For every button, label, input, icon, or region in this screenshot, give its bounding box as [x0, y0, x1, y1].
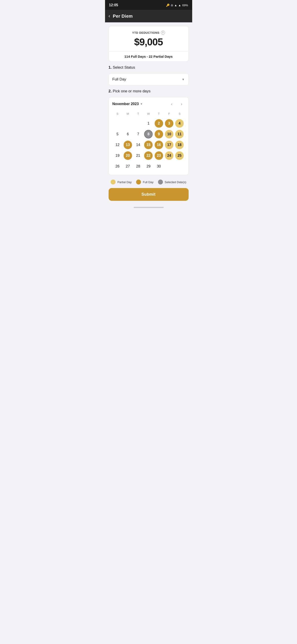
month-year-label: November 2023 — [112, 102, 139, 106]
help-icon[interactable]: ? — [161, 31, 165, 35]
calendar-cell[interactable]: 1 — [143, 118, 154, 128]
legend-partial: Partial Day — [111, 180, 132, 184]
day-header: T — [154, 111, 164, 117]
day-number: 1 — [144, 119, 153, 128]
day-number: 20 — [124, 152, 132, 160]
calendar-cell[interactable]: 21 — [133, 151, 143, 160]
calendar-cell[interactable]: 23 — [154, 151, 164, 160]
partial-day-dot — [111, 180, 116, 184]
step-two-label: 2. Pick one or more days — [109, 89, 189, 94]
calendar-cell[interactable]: 25 — [174, 151, 185, 160]
calendar-cell[interactable]: 2 — [154, 118, 164, 128]
day-number: 18 — [175, 141, 184, 149]
ytd-days: 114 Full Days - 22 Partial Days — [109, 52, 188, 62]
next-month-button[interactable]: › — [179, 101, 185, 107]
calendar-cell[interactable]: 22 — [143, 151, 154, 160]
ytd-top: YTD DEDUCTIONS ? $9,005 — [109, 26, 188, 52]
dropdown-value: Full Day — [112, 77, 126, 82]
calendar-cell — [112, 118, 123, 128]
partial-day-label: Partial Day — [117, 180, 132, 184]
calendar-cell[interactable]: 7 — [133, 129, 143, 139]
calendar-cell[interactable]: 13 — [123, 140, 133, 150]
selected-date-label: Selected Date(s) — [165, 180, 186, 184]
calendar-cell[interactable]: 20 — [123, 151, 133, 160]
calendar-cell[interactable]: 12 — [112, 140, 123, 150]
day-number: 23 — [155, 152, 163, 160]
day-number: 4 — [175, 119, 184, 128]
day-number: 8 — [144, 130, 153, 138]
day-number: 6 — [124, 130, 132, 138]
legend-full: Full Day — [136, 180, 154, 184]
prev-month-button[interactable]: ‹ — [169, 101, 175, 107]
status-dropdown[interactable]: Full Day ▼ — [109, 73, 189, 86]
day-number: 19 — [113, 152, 122, 160]
calendar-cell[interactable]: 11 — [174, 129, 185, 139]
day-number: 2 — [155, 119, 163, 128]
calendar-cell[interactable]: 19 — [112, 151, 123, 160]
day-number: 22 — [144, 152, 153, 160]
signal-icon: ▲ — [178, 4, 181, 7]
wifi-icon: ▲ — [174, 4, 177, 7]
calendar-cell[interactable]: 10 — [164, 129, 174, 139]
calendar-cell[interactable]: 9 — [154, 129, 164, 139]
day-number: 16 — [155, 141, 163, 149]
day-number: 25 — [175, 152, 184, 160]
day-number: 24 — [165, 152, 173, 160]
status-time: 12:05 — [109, 3, 118, 7]
calendar-cell — [123, 118, 133, 128]
day-number — [175, 162, 184, 170]
submit-button[interactable]: Submit — [109, 188, 189, 201]
calendar-cell[interactable]: 24 — [164, 151, 174, 160]
page-title: Per Diem — [113, 14, 133, 19]
calendar-cell[interactable]: 29 — [143, 162, 154, 171]
day-number — [113, 119, 122, 128]
calendar-header: November 2023 ▼ ‹ › — [112, 101, 185, 107]
calendar-cell[interactable]: 3 — [164, 118, 174, 128]
ytd-card: YTD DEDUCTIONS ? $9,005 114 Full Days - … — [109, 26, 189, 62]
day-header: T — [133, 111, 143, 117]
calendar-cell[interactable]: 4 — [174, 118, 185, 128]
home-indicator — [134, 207, 164, 208]
calendar-days-header: SMTWTFS — [112, 111, 185, 117]
day-number: 7 — [134, 130, 142, 138]
calendar-legend: Partial Day Full Day Selected Date(s) — [109, 180, 189, 184]
calendar-card: November 2023 ▼ ‹ › SMTWTFS 123456789101… — [109, 97, 189, 175]
calendar-cell[interactable]: 30 — [154, 162, 164, 171]
day-number: 10 — [165, 130, 173, 138]
calendar-cell[interactable]: 28 — [133, 162, 143, 171]
calendar-cell[interactable]: 15 — [143, 140, 154, 150]
full-day-dot — [136, 180, 141, 184]
month-selector[interactable]: November 2023 ▼ — [112, 102, 143, 106]
calendar-cell[interactable]: 5 — [112, 129, 123, 139]
day-number: 26 — [113, 162, 122, 170]
calendar-cell — [174, 162, 185, 171]
day-header: W — [143, 111, 154, 117]
day-header: S — [112, 111, 123, 117]
day-number: 30 — [155, 162, 163, 170]
calendar-cell[interactable]: 6 — [123, 129, 133, 139]
day-number: 13 — [124, 141, 132, 149]
day-number: 28 — [134, 162, 142, 170]
day-number: 27 — [124, 162, 132, 170]
day-number: 21 — [134, 152, 142, 160]
calendar-cell[interactable]: 26 — [112, 162, 123, 171]
day-number: 5 — [113, 130, 122, 138]
status-bar: 12:05 🔑 ⊖ ▲ ▲ 69% — [105, 0, 192, 10]
calendar-cell — [164, 162, 174, 171]
back-button[interactable]: ‹ — [109, 14, 110, 18]
calendar-grid: 1234567891011121314151617181920212223242… — [112, 118, 185, 171]
calendar-cell[interactable]: 16 — [154, 140, 164, 150]
calendar-cell[interactable]: 18 — [174, 140, 185, 150]
calendar-cell[interactable]: 27 — [123, 162, 133, 171]
day-number — [124, 119, 132, 128]
calendar-cell[interactable]: 8 — [143, 129, 154, 139]
key-icon: 🔑 — [166, 4, 170, 7]
chevron-down-icon: ▼ — [182, 78, 185, 81]
calendar-cell[interactable]: 17 — [164, 140, 174, 150]
calendar-cell — [133, 118, 143, 128]
day-number: 11 — [175, 130, 184, 138]
ytd-label: YTD DEDUCTIONS ? — [112, 31, 185, 35]
calendar-nav-buttons: ‹ › — [169, 101, 185, 107]
calendar-cell[interactable]: 14 — [133, 140, 143, 150]
bottom-bar — [105, 204, 192, 212]
